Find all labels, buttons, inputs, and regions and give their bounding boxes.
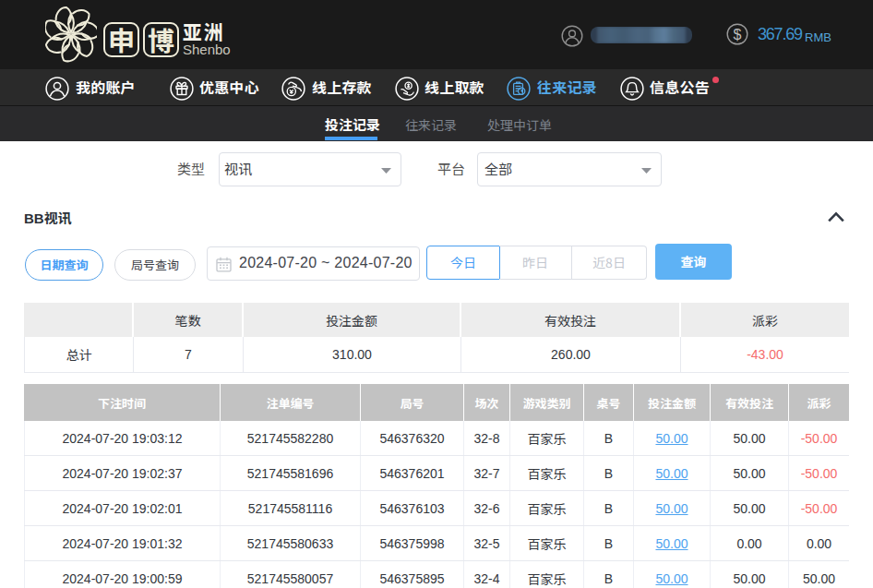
svg-text:$: $ <box>734 27 742 42</box>
